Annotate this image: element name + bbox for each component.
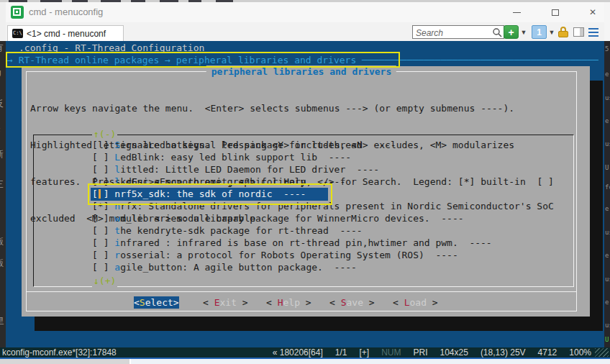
scroll-up-indicator: ↑(-) <box>92 128 117 140</box>
menu-item-hotkey: r <box>114 250 120 260</box>
menu-item-text: [ ] <box>92 164 114 175</box>
menu-button[interactable] <box>588 25 599 39</box>
menu-item-text: [ ] <box>92 250 114 260</box>
button-bracket: > <box>300 297 311 308</box>
background-window-left-edge: 有U反F新三0版版0里纟 <box>0 2 6 347</box>
background-text-fragment: 反 <box>0 98 4 110</box>
button-bracket: > <box>427 297 438 308</box>
dialog-button-help[interactable]: < Help > <box>266 296 311 309</box>
background-text-fragment: 新 <box>0 148 4 160</box>
button-bracket: < <box>266 297 278 308</box>
instruction-line: Arrow keys navigate the menu. <Enter> se… <box>30 102 554 114</box>
statusbar-segment: PRI <box>413 347 427 358</box>
active-console-button[interactable]: 1 <box>532 25 547 39</box>
background-right-cap <box>604 2 610 41</box>
maximize-button[interactable] <box>545 4 565 20</box>
resize-grip[interactable] <box>595 348 609 357</box>
title-bar[interactable]: cmd - menuconfig ✕ <box>6 2 604 22</box>
menu-item[interactable]: [ ] the kendryte-sdk package for rt-thre… <box>92 224 363 237</box>
button-label: elp <box>283 297 299 308</box>
menu-item-hotkey: L <box>114 152 120 163</box>
close-icon: ✕ <box>589 7 596 17</box>
menu-item-hotkey: w <box>114 213 120 224</box>
menu-item-hotkey: a <box>114 262 120 273</box>
background-text-fragment: e <box>605 117 609 124</box>
menu-item-text: [ ] <box>92 140 114 150</box>
menu-item[interactable]: [ ] infrared : infrared is base on rt-th… <box>92 237 492 249</box>
lock-button[interactable] <box>558 25 570 39</box>
statusbar-segment: « 180206[64] <box>273 347 323 358</box>
background-text-fragment: 版 <box>0 236 4 248</box>
menu-item[interactable]: [ ] rosserial: a protocol for Robots Ope… <box>92 249 458 261</box>
menu-item-text: [ ] <box>92 213 114 224</box>
button-label: xit <box>219 297 236 308</box>
background-text-fragment: us <box>605 322 610 329</box>
menu-item-hotkey: S <box>114 140 120 150</box>
menu-item-hotkey: i <box>114 237 120 248</box>
dialog-button-save[interactable]: < Save > <box>329 296 375 309</box>
menu-item-text: osserial: a protocol for Robots Operatin… <box>120 250 458 260</box>
menu-item[interactable]: [ ] agile_button: A agile button package… <box>92 261 357 273</box>
lock-icon <box>558 26 570 38</box>
status-bar: kconfig-mconf.exe*[32]:17848 « 180206[64… <box>0 347 610 358</box>
button-bracket: < <box>134 297 140 308</box>
statusbar-segments: « 180206[64]1/1[+]NUMPRI104x25(18,13) 25… <box>260 347 591 358</box>
tab-bar: C:\ <1> cmd - menuconf + ▼ 1 ▼ <box>6 22 604 41</box>
view-pane-button[interactable] <box>573 25 585 39</box>
menu-item[interactable]: [ ] LedBlink: easy led blink support lib… <box>92 151 351 163</box>
console-icon: C:\ <box>12 29 23 38</box>
minimize-button[interactable] <box>506 4 527 20</box>
minimize-icon <box>513 12 521 13</box>
button-label: elect <box>145 297 173 308</box>
new-console-button[interactable]: + <box>504 25 519 39</box>
button-divider <box>26 291 577 292</box>
background-text-fragment: 有 <box>0 42 4 54</box>
menu-item-hotkey: t <box>114 225 120 236</box>
menu-item-text: m_libraries: a library package for Winne… <box>120 213 463 224</box>
search-input[interactable] <box>413 27 488 38</box>
search-box <box>412 25 504 39</box>
background-text-fragment: e <box>605 252 609 259</box>
statusbar-segment: 4712 <box>538 347 557 358</box>
taskbar-edge <box>0 359 610 364</box>
tab-label: <1> cmd - menuconf <box>27 29 106 39</box>
menu-item-text: [ ] <box>92 262 114 273</box>
button-hotkey: S <box>140 297 145 308</box>
close-button[interactable]: ✕ <box>583 4 603 20</box>
background-text-fragment: e <box>605 299 609 306</box>
menu-item-text: ignalLed:a signal led package for rt-thr… <box>120 140 396 150</box>
statusbar-segment: 104x25 <box>440 347 468 358</box>
background-text-fragment: 三 <box>0 178 4 191</box>
terminal[interactable]: .config - RT-Thread Configuration → RT-T… <box>6 41 604 347</box>
taskbar-left-section <box>0 359 129 364</box>
scroll-down-indicator: ↓(+) <box>92 275 117 287</box>
menu-item-text: [ ] <box>92 152 114 163</box>
menu-item[interactable]: [ ] littled: Little LED Daemon for LED d… <box>92 163 379 176</box>
taskbar-divider <box>129 359 131 364</box>
button-label: ave <box>346 297 363 308</box>
window-title: cmd - menuconfig <box>29 6 103 17</box>
background-text-fragment: e <box>605 205 609 212</box>
console-list-dropdown[interactable]: ▼ <box>548 25 555 39</box>
button-bracket: < <box>203 297 214 308</box>
dialog-button-select[interactable]: <Select> <box>134 296 179 309</box>
screen: 有U反F新三0版版0里纟 5euseusUfoeuseuseusU cmd - … <box>0 0 610 364</box>
menu-item-text: he kendryte-sdk package for rt-thread --… <box>120 225 363 236</box>
button-bracket: > <box>237 297 248 308</box>
dialog-button-exit[interactable]: < Exit > <box>203 296 248 309</box>
dialog-button-load[interactable]: < Load > <box>393 296 438 309</box>
background-text-fragment: us <box>605 229 610 236</box>
button-bracket: < <box>329 297 341 308</box>
background-window-right-edge: 5euseusUfoeuseuseusU <box>604 2 610 347</box>
tab-cmd-menuconf[interactable]: C:\ <1> cmd - menuconf <box>7 25 124 41</box>
statusbar-segment: NUM <box>381 347 401 358</box>
menu-item[interactable]: [ ] SignalLed:a signal led package for r… <box>92 139 396 151</box>
background-text-fragment: 5 <box>605 45 609 53</box>
background-text-fragment: us <box>605 276 610 283</box>
background-text-fragment: U <box>0 69 1 79</box>
statusbar-segment: 100% <box>569 347 591 358</box>
menu-item-text: gile_button: A agile button package. ---… <box>120 262 357 273</box>
menu-item[interactable]: [ ] wm_libraries: a library package for … <box>92 212 464 224</box>
new-console-dropdown[interactable]: ▼ <box>520 25 527 39</box>
menu-item-hotkey: l <box>114 164 120 175</box>
